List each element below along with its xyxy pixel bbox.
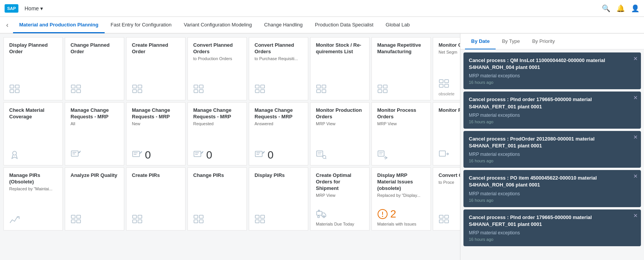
- home-button[interactable]: Home ▾: [21, 4, 46, 13]
- tile-t7[interactable]: Manage Repetitive Manufacturing: [371, 37, 431, 100]
- tab-by-priority[interactable]: By Priority: [526, 34, 561, 49]
- tile-badge-number: 0: [145, 149, 151, 161]
- tile-title: Display Planned Order: [9, 42, 57, 55]
- svg-rect-71: [317, 211, 322, 215]
- tab-change-handling[interactable]: Change Handling: [258, 17, 309, 33]
- tile-t13[interactable]: Manage Change Requests - MRP Answered 0: [249, 102, 308, 165]
- tile-icon-area: [9, 84, 57, 96]
- tab-fast-entry[interactable]: Fast Entry for Configuration: [105, 17, 178, 33]
- tile-t16[interactable]: Monitor Require: [433, 102, 460, 165]
- chevron-down-icon: ▾: [40, 5, 43, 11]
- tile-t18[interactable]: Analyze PIR Quality: [65, 167, 124, 231]
- tab-by-type[interactable]: By Type: [496, 34, 526, 49]
- tab-material-planning[interactable]: Material and Production Planning: [13, 17, 105, 33]
- notification-category-n1: MRP material exceptions: [469, 73, 636, 78]
- tile-icon-area: [255, 84, 302, 96]
- notification-close-n3[interactable]: ✕: [633, 134, 638, 140]
- tile-t21[interactable]: Display PIRs: [249, 167, 308, 231]
- tile-icon: [9, 214, 20, 226]
- tab-global-lab[interactable]: Global Lab: [380, 17, 416, 33]
- svg-point-32: [13, 151, 16, 155]
- tile-bottom-label: Materials with Issues: [377, 222, 425, 226]
- svg-rect-7: [77, 90, 80, 93]
- header-actions: 🔍 🔔 👤: [602, 4, 639, 13]
- user-icon[interactable]: 👤: [631, 4, 639, 13]
- svg-line-47: [325, 158, 326, 159]
- svg-rect-54: [439, 151, 445, 156]
- tile-subtitle: to Production Orders: [193, 56, 241, 61]
- tile-icon: [377, 84, 388, 96]
- tile-subtitle: MRP View: [316, 121, 364, 126]
- tile-t20[interactable]: Change PIRs: [187, 167, 247, 231]
- svg-rect-11: [138, 90, 142, 93]
- tile-t14[interactable]: Monitor Production Orders MRP View: [310, 102, 370, 165]
- notification-card-n1[interactable]: ✕ Cancel process : QM InsLot 11000004402…: [463, 52, 641, 89]
- tile-t1[interactable]: Display Planned Order: [3, 37, 63, 100]
- svg-rect-39: [194, 151, 201, 157]
- tile-t4[interactable]: Convert Planned Orders to Production Ord…: [187, 37, 247, 100]
- search-icon[interactable]: 🔍: [602, 4, 610, 13]
- svg-rect-17: [261, 85, 264, 88]
- tile-t2[interactable]: Change Planned Order: [65, 37, 124, 100]
- sap-logo: SAP: [5, 4, 18, 13]
- notification-card-n2[interactable]: ✕ Cancel process : Plnd order 179665-000…: [463, 92, 641, 128]
- bell-icon[interactable]: 🔔: [616, 4, 625, 13]
- home-label: Home: [25, 5, 39, 11]
- notification-close-n5[interactable]: ✕: [633, 213, 638, 219]
- tile-t17[interactable]: Manage PIRs (Obsolete) Replaced by "Main…: [3, 167, 63, 231]
- notification-card-n5[interactable]: ✕ Cancel process : Plnd order 179665-000…: [463, 209, 641, 246]
- tile-t10[interactable]: Manage Change Requests - MRP All: [65, 102, 124, 165]
- tile-badge-number: 0: [206, 149, 212, 161]
- tile-title: Display PIRs: [255, 172, 302, 179]
- svg-rect-61: [133, 220, 136, 223]
- notification-time-n3: 16 hours ago: [469, 159, 636, 163]
- tile-t12[interactable]: Manage Change Requests - MRP Requested 0: [187, 102, 247, 165]
- tile-t19[interactable]: Create PIRs: [126, 167, 186, 231]
- tile-icon: [255, 214, 265, 226]
- tab-production-data[interactable]: Production Data Specialist: [309, 17, 380, 33]
- tile-t24[interactable]: Convert Orders to Proce: [433, 167, 460, 231]
- tiles-grid: Display Planned Order Change Planned Ord…: [0, 34, 460, 260]
- svg-rect-36: [133, 151, 140, 157]
- tile-subtitle: to Purchase Requisiti...: [255, 56, 302, 61]
- tab-variant-config[interactable]: Variant Configuration Modeling: [178, 17, 258, 33]
- tile-title: Create PIRs: [132, 172, 180, 179]
- tile-t8[interactable]: Monitor Coverag Net Segm obsolete: [433, 37, 460, 100]
- notification-card-n3[interactable]: ✕ Cancel process : ProdOrder 2012080-000…: [463, 131, 641, 168]
- svg-rect-60: [138, 215, 142, 218]
- svg-rect-14: [194, 90, 198, 93]
- tile-t15[interactable]: Monitor Process Orders MRP View: [371, 102, 431, 165]
- tile-t9[interactable]: Check Material Coverage: [3, 102, 63, 165]
- svg-rect-2: [10, 90, 14, 93]
- tile-t3[interactable]: Create Planned Order: [126, 37, 186, 100]
- tile-icon-area: [71, 149, 118, 161]
- svg-rect-50: [378, 151, 384, 156]
- svg-rect-45: [317, 151, 323, 156]
- tile-icon: [439, 79, 449, 91]
- tile-t11[interactable]: Manage Change Requests - MRP New 0: [126, 102, 186, 165]
- notification-close-n4[interactable]: ✕: [633, 173, 638, 179]
- svg-rect-18: [255, 90, 259, 93]
- tile-t5[interactable]: Convert Planned Orders to Purchase Requi…: [249, 37, 308, 100]
- tile-title: Manage Change Requests - MRP: [71, 107, 118, 120]
- tile-t6[interactable]: Monitor Stock / Re-quirements List: [310, 37, 370, 100]
- tile-t22[interactable]: Create Optimal Orders for Shipment MRP V…: [310, 167, 370, 231]
- notification-close-n1[interactable]: ✕: [633, 56, 638, 62]
- tile-icon: [255, 84, 265, 96]
- tile-icon: [132, 214, 143, 226]
- svg-rect-15: [199, 90, 203, 93]
- tab-by-date[interactable]: By Date: [465, 34, 496, 49]
- notification-title-n1: Cancel process : QM InsLot 11000004402-0…: [469, 57, 636, 71]
- tile-subtitle: Net Segm: [439, 49, 460, 55]
- svg-rect-70: [261, 220, 264, 223]
- back-button[interactable]: ‹: [3, 21, 12, 29]
- tile-icon-area: 0: [255, 149, 302, 161]
- notification-time-n5: 16 hours ago: [469, 237, 636, 242]
- svg-rect-62: [138, 220, 142, 223]
- notification-close-n2[interactable]: ✕: [633, 95, 638, 101]
- tile-icon: [316, 208, 327, 220]
- tile-t23[interactable]: Display MRP Material Issues (obsolete) R…: [371, 167, 431, 231]
- app-header: SAP Home ▾ 🔍 🔔 👤: [0, 0, 644, 17]
- notification-card-n4[interactable]: ✕ Cancel process : PO item 4500045622-00…: [463, 170, 641, 207]
- svg-rect-21: [322, 85, 326, 88]
